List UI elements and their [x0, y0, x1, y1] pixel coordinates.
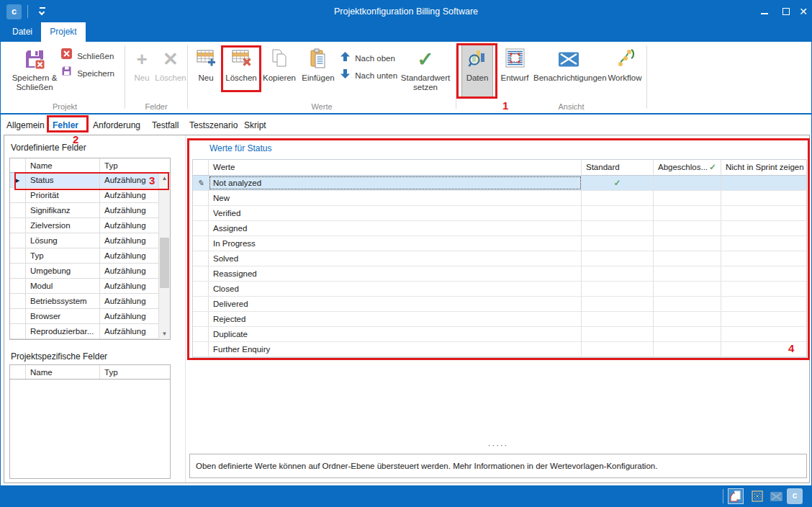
- table-header: Name Typ: [10, 158, 170, 173]
- table-row[interactable]: UmgebungAufzählung: [10, 264, 170, 279]
- table-delete-icon: [224, 48, 258, 73]
- paste-icon: [301, 48, 335, 73]
- tab-anforderung[interactable]: Anforderung: [93, 118, 140, 133]
- benachrichtigungen-button[interactable]: Benachrichtigungen: [533, 45, 604, 83]
- nach-oben-button[interactable]: Nach oben: [340, 50, 395, 65]
- tab-datei[interactable]: Datei: [6, 22, 38, 42]
- group-label-felder: Felder: [127, 102, 185, 111]
- app-window: c Projektkonfiguration Billing Software …: [0, 0, 812, 507]
- felder-neu-button[interactable]: + Neu: [129, 45, 155, 83]
- cross-icon: ✕: [155, 48, 186, 73]
- column-header-werte[interactable]: Werte: [209, 160, 582, 175]
- scroll-down-icon[interactable]: ▼: [159, 328, 170, 339]
- save-close-icon: [9, 48, 60, 73]
- horizontal-splitter-handle[interactable]: ·····: [189, 441, 807, 449]
- daten-button[interactable]: Daten: [461, 45, 493, 97]
- tab-projekt[interactable]: Projekt: [41, 22, 86, 42]
- arrow-up-icon: [340, 51, 350, 66]
- column-header-sprint[interactable]: Nicht in Sprint zeigen: [721, 160, 806, 175]
- copy-icon: [260, 48, 299, 73]
- panel-splitter[interactable]: [185, 135, 186, 483]
- column-header-standard[interactable]: Standard: [582, 160, 654, 175]
- group-separator: [125, 45, 125, 109]
- table-add-icon: [192, 48, 220, 73]
- group-label-ansicht: Ansicht: [497, 102, 645, 111]
- column-header-typ[interactable]: Typ: [100, 365, 170, 379]
- value-row[interactable]: Reassigned: [193, 266, 806, 282]
- plus-icon: +: [129, 48, 155, 73]
- column-header-abgeschlossen[interactable]: Abgeschlos... ✓: [654, 160, 721, 175]
- values-note: Oben definierte Werte können auf Ordner-…: [189, 454, 807, 478]
- project-specific-fields-table: Name Typ: [9, 364, 171, 479]
- table-row[interactable]: TypAufzählung: [10, 248, 170, 264]
- table-row[interactable]: Reproduzierbar...Aufzählung: [10, 324, 170, 339]
- tab-testfall[interactable]: Testfall: [152, 118, 179, 133]
- close-button[interactable]: ✕: [794, 4, 812, 19]
- tab-testszenario[interactable]: Testszenario: [189, 118, 238, 133]
- value-row[interactable]: ✎ Not analyzed ✓: [193, 176, 806, 191]
- table-row[interactable]: BetriebssystemAufzählung: [10, 294, 170, 309]
- standard-check-icon: ✓: [582, 176, 654, 190]
- value-row[interactable]: Rejected: [193, 312, 806, 327]
- table-row[interactable]: BrowserAufzählung: [10, 309, 170, 324]
- edit-pencil-icon: ✎: [193, 176, 209, 190]
- tab-fehler[interactable]: Fehler: [53, 118, 78, 133]
- ribbon-tab-row: Datei Projekt: [1, 22, 811, 42]
- predefined-fields-title: Vordefinierte Felder: [11, 143, 86, 153]
- table-row[interactable]: ▸ Status Aufzählung: [10, 173, 170, 188]
- design-view-icon: [497, 48, 532, 73]
- table-row[interactable]: LösungAufzählung: [10, 233, 170, 248]
- tab-skript[interactable]: Skript: [244, 118, 266, 133]
- project-specific-fields-title: Projektspezifische Felder: [11, 351, 107, 362]
- group-label-projekt: Projekt: [6, 102, 123, 111]
- predefined-fields-table: Name Typ ▸ Status Aufzählung PrioritätAu…: [9, 158, 171, 340]
- kopieren-button[interactable]: Kopieren: [260, 45, 299, 83]
- felder-loeschen-button[interactable]: ✕ Löschen: [155, 45, 186, 83]
- scrollbar-thumb[interactable]: [160, 238, 169, 288]
- table-header: Werte Standard Abgeschlos... ✓ Nicht in …: [193, 160, 806, 176]
- schliessen-button[interactable]: Schließen: [61, 48, 114, 63]
- werte-loeschen-button[interactable]: Löschen: [224, 45, 258, 83]
- value-row[interactable]: Assigned: [193, 221, 806, 236]
- table-row[interactable]: PrioritätAufzählung: [10, 188, 170, 203]
- standardwert-setzen-button[interactable]: ✓ Standardwert setzen: [398, 45, 453, 92]
- value-row[interactable]: New: [193, 191, 806, 206]
- value-row[interactable]: Further Enquiry: [193, 342, 806, 357]
- nach-unten-button[interactable]: Nach unten: [340, 68, 397, 82]
- app-logo-icon[interactable]: c: [787, 488, 803, 504]
- document-tabs: Allgemein Fehler Anforderung Testfall Te…: [1, 115, 811, 135]
- werte-neu-button[interactable]: Neu: [192, 45, 220, 83]
- einfuegen-button[interactable]: Einfügen: [301, 45, 335, 83]
- title-bar: c Projektkonfiguration Billing Software …: [1, 1, 811, 22]
- minimize-button[interactable]: [755, 4, 774, 19]
- entwurf-button[interactable]: Entwurf: [497, 45, 532, 83]
- maximize-button[interactable]: [777, 4, 795, 19]
- value-row[interactable]: Closed: [193, 282, 806, 297]
- column-header-name[interactable]: Name: [26, 158, 100, 172]
- value-row[interactable]: Delivered: [193, 297, 806, 312]
- table-row[interactable]: ZielversionAufzählung: [10, 218, 170, 233]
- speichern-schliessen-button[interactable]: Speichern & Schließen: [9, 45, 60, 92]
- speichern-button[interactable]: Speichern: [61, 66, 114, 80]
- column-header-name[interactable]: Name: [26, 365, 100, 379]
- workflow-icon: [605, 48, 644, 73]
- copy-pages-icon[interactable]: [728, 488, 744, 504]
- table-row[interactable]: ModulAufzählung: [10, 279, 170, 294]
- form-view-icon[interactable]: [749, 488, 765, 504]
- column-header-typ[interactable]: Typ: [100, 158, 170, 172]
- group-label-werte: Werte: [189, 102, 454, 111]
- tab-allgemein[interactable]: Allgemein: [6, 118, 45, 133]
- value-row[interactable]: Solved: [193, 251, 806, 266]
- mail-icon[interactable]: [768, 488, 784, 504]
- notifications-mail-icon: [533, 48, 604, 73]
- scroll-up-icon[interactable]: ▲: [159, 173, 170, 184]
- value-row[interactable]: Verified: [193, 206, 806, 221]
- values-table: Werte Standard Abgeschlos... ✓ Nicht in …: [192, 159, 807, 358]
- workflow-button[interactable]: Workflow: [605, 45, 644, 83]
- value-row[interactable]: In Progress: [193, 236, 806, 251]
- value-row[interactable]: Duplicate: [193, 327, 806, 342]
- vertical-scrollbar[interactable]: ▲ ▼: [158, 173, 170, 339]
- check-icon: ✓: [398, 48, 453, 73]
- table-row[interactable]: SignifikanzAufzählung: [10, 203, 170, 218]
- window-title: Projektkonfiguration Billing Software: [1, 6, 811, 17]
